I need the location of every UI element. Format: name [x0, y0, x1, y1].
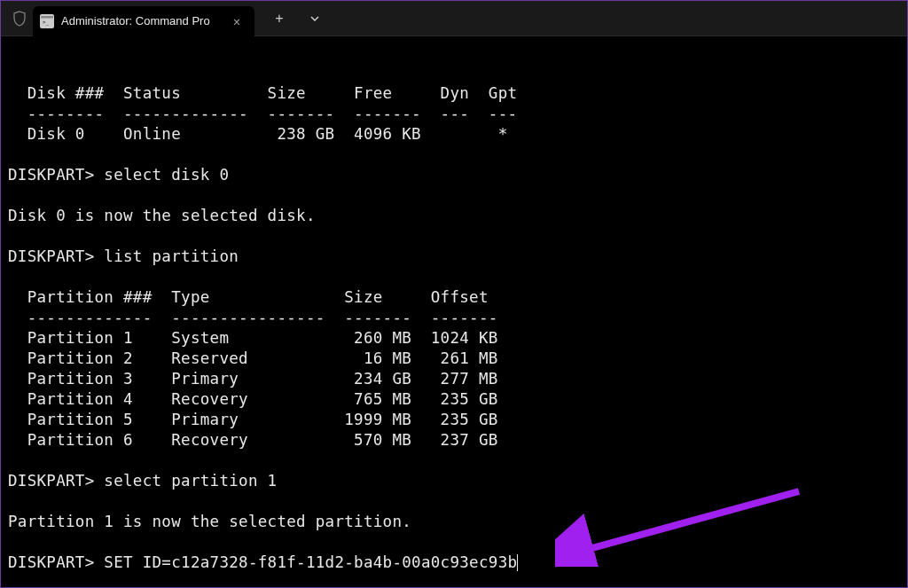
shield-icon: [12, 11, 27, 27]
partition-row: Partition 1 System 260 MB 1024 KB: [8, 329, 498, 347]
command-set-id: SET ID=c12a7328-f81f-11d2-ba4b-00a0c93ec…: [104, 553, 517, 571]
diskpart-prompt: DISKPART>: [8, 166, 104, 184]
disk-table-header: Disk ### Status Size Free Dyn Gpt: [8, 84, 517, 102]
disk-table-separator: -------- ------------- ------- ------- -…: [8, 105, 517, 122]
diskpart-prompt: DISKPART>: [8, 553, 104, 571]
partition-row: Partition 3 Primary 234 GB 277 MB: [8, 370, 498, 388]
tab-active[interactable]: >_ Administrator: Command Pro ✕: [33, 6, 254, 36]
titlebar: >_ Administrator: Command Pro ✕ +: [1, 1, 907, 36]
titlebar-actions: +: [263, 4, 331, 33]
diskpart-prompt: DISKPART>: [8, 247, 104, 265]
partition-row: Partition 6 Recovery 570 MB 237 GB: [8, 431, 498, 449]
terminal-icon: >_: [40, 14, 54, 28]
terminal-output[interactable]: Disk ### Status Size Free Dyn Gpt ------…: [1, 36, 907, 588]
disk-row: Disk 0 Online 238 GB 4096 KB *: [8, 125, 507, 143]
diskpart-prompt: DISKPART>: [8, 472, 104, 490]
tab-title: Administrator: Command Pro: [61, 14, 221, 27]
partition-row: Partition 5 Primary 1999 MB 235 GB: [8, 411, 498, 428]
text-cursor: [517, 554, 518, 571]
command-select-disk: select disk 0: [104, 166, 229, 184]
new-tab-button[interactable]: +: [263, 4, 295, 33]
tab-dropdown-button[interactable]: [299, 4, 331, 33]
command-list-partition: list partition: [104, 247, 239, 265]
partition-row: Partition 2 Reserved 16 MB 261 MB: [8, 349, 498, 367]
close-icon[interactable]: ✕: [228, 12, 246, 30]
partition-row: Partition 4 Recovery 765 MB 235 GB: [8, 390, 498, 408]
response-partition-selected: Partition 1 is now the selected partitio…: [8, 513, 411, 530]
partition-table-separator: ------------- ---------------- ------- -…: [8, 309, 498, 326]
svg-text:>_: >_: [43, 19, 50, 26]
partition-table-header: Partition ### Type Size Offset: [8, 288, 489, 306]
command-select-partition: select partition 1: [104, 472, 277, 490]
response-disk-selected: Disk 0 is now the selected disk.: [8, 207, 316, 224]
